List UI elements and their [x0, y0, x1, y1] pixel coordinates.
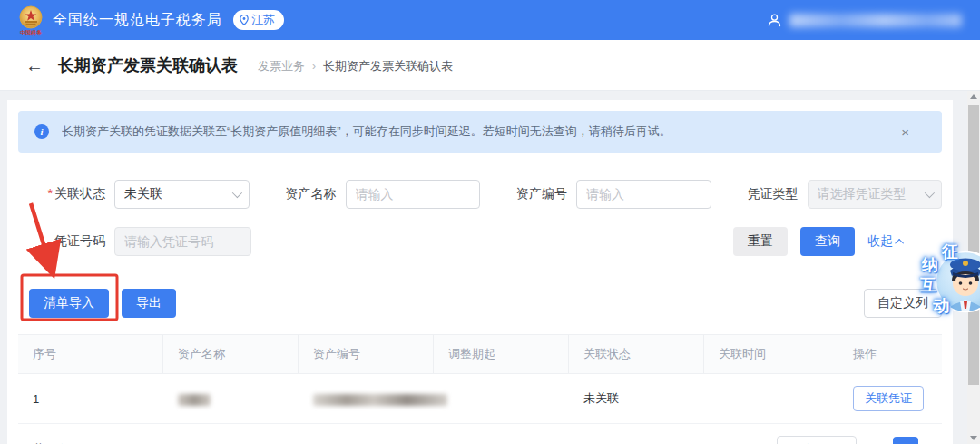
- asset-name-redacted: [178, 394, 211, 406]
- filter-label-voucher-number: 凭证号码: [18, 233, 105, 250]
- asset-number-redacted: [313, 394, 447, 406]
- voucher-number-input-wrap: [114, 227, 251, 256]
- tax-interaction-widget[interactable]: 征 纳 互 动: [916, 242, 980, 323]
- mascot-char: 动: [933, 298, 949, 314]
- cell-seq: 1: [18, 374, 163, 424]
- col-header-seq: 序号: [18, 335, 163, 374]
- col-header-asset-name: 资产名称: [163, 335, 299, 374]
- assets-table: 序号 资产名称 资产编号 调整期起 关联状态 关联时间 操作 1 未关联: [18, 334, 942, 424]
- link-voucher-button[interactable]: 关联凭证: [853, 386, 924, 411]
- mascot-char: 互: [920, 277, 936, 293]
- cell-time: [704, 374, 838, 424]
- mascot-char: 征: [942, 243, 958, 260]
- app-title: 全国统一规范电子税务局: [53, 11, 222, 30]
- asset-name-input[interactable]: [356, 187, 471, 202]
- chevron-up-icon: [895, 238, 904, 247]
- voucher-type-select[interactable]: 请选择凭证类型: [808, 180, 943, 209]
- col-header-asset-number: 资产编号: [299, 335, 434, 374]
- page-size-select[interactable]: 10 条/页: [777, 436, 857, 444]
- user-name-redacted: [789, 14, 962, 27]
- info-banner: i 长期资产关联的凭证数据关联至“长期资产原值明细表”，可能存在同步时间延迟。若…: [18, 111, 942, 153]
- col-header-action: 操作: [838, 335, 942, 374]
- scrollbar-down-arrow[interactable]: [970, 436, 977, 440]
- voucher-type-placeholder: 请选择凭证类型: [818, 186, 926, 202]
- col-header-adjust-start: 调整期起: [434, 335, 569, 374]
- association-status-value: 未关联: [124, 186, 232, 202]
- page-header: ← 长期资产发票关联确认表 发票业务 › 长期资产发票关联确认表: [0, 40, 980, 91]
- filter-label-asset-number: 资产编号: [480, 186, 567, 202]
- breadcrumb-item-current: 长期资产发票关联确认表: [323, 58, 453, 74]
- list-import-button[interactable]: 清单导入: [29, 289, 109, 318]
- breadcrumb-separator: ›: [312, 60, 316, 73]
- user-icon: [767, 13, 782, 28]
- search-button[interactable]: 查询: [800, 227, 855, 256]
- user-menu[interactable]: [767, 13, 962, 28]
- filter-label-association-status: *关联状态: [18, 186, 105, 202]
- info-banner-text: 长期资产关联的凭证数据关联至“长期资产原值明细表”，可能存在同步时间延迟。若短时…: [62, 123, 885, 140]
- chevron-down-icon: [925, 188, 935, 198]
- required-asterisk: *: [48, 186, 53, 201]
- cell-action: 关联凭证: [838, 374, 942, 424]
- asset-number-input-wrap: [576, 180, 711, 209]
- table-row: 1 未关联 关联凭证: [18, 374, 942, 424]
- info-icon: i: [34, 124, 49, 139]
- content-area: i 长期资产关联的凭证数据关联至“长期资产原值明细表”，可能存在同步时间延迟。若…: [0, 91, 980, 444]
- asset-name-input-wrap: [346, 180, 481, 209]
- location-pin-icon: [240, 15, 249, 25]
- svg-text:中国税务: 中国税务: [20, 29, 43, 36]
- location-badge[interactable]: 江苏: [233, 10, 284, 30]
- reset-button[interactable]: 重置: [733, 227, 788, 256]
- col-header-time: 关联时间: [704, 335, 838, 374]
- cell-adjust-start: [434, 374, 569, 424]
- table-footer: 共 1 条 10 条/页 ‹ 1 ›: [18, 436, 942, 444]
- banner-close-icon[interactable]: ×: [897, 123, 913, 142]
- mascot-char: 纳: [922, 257, 938, 273]
- cell-asset-number: [299, 374, 434, 424]
- cell-status: 未关联: [569, 374, 704, 424]
- filter-form: *关联状态 未关联 资产名称 资产编号: [18, 180, 942, 256]
- collapse-label: 收起: [867, 233, 893, 250]
- filter-label-asset-name: 资产名称: [250, 186, 337, 202]
- filter-label-voucher-type: 凭证类型: [711, 186, 799, 202]
- main-card: i 长期资产关联的凭证数据关联至“长期资产原值明细表”，可能存在同步时间延迟。若…: [7, 100, 953, 444]
- page-title: 长期资产发票关联确认表: [58, 54, 238, 76]
- collapse-link[interactable]: 收起: [867, 233, 904, 250]
- breadcrumb: 发票业务 › 长期资产发票关联确认表: [258, 58, 453, 74]
- table-toolbar: 清单导入 导出 自定义列: [29, 289, 942, 318]
- col-header-status: 关联状态: [569, 335, 704, 374]
- current-page-button[interactable]: 1: [893, 437, 918, 444]
- association-status-select[interactable]: 未关联: [114, 180, 250, 209]
- back-button[interactable]: ←: [25, 56, 44, 74]
- breadcrumb-item-invoice-business[interactable]: 发票业务: [258, 58, 305, 74]
- national-emblem-logo: 中国税务: [18, 5, 44, 36]
- export-button[interactable]: 导出: [122, 289, 176, 318]
- chevron-down-icon: [231, 188, 241, 198]
- top-header-bar: 中国税务 全国统一规范电子税务局 江苏: [0, 0, 980, 40]
- scrollbar-up-arrow[interactable]: [970, 94, 977, 99]
- pagination: 10 条/页 ‹ 1 ›: [777, 436, 942, 444]
- asset-number-input[interactable]: [586, 187, 701, 202]
- cell-asset-name: [163, 374, 299, 424]
- voucher-number-input[interactable]: [124, 234, 241, 249]
- location-label: 江苏: [251, 12, 275, 28]
- table-header-row: 序号 资产名称 资产编号 调整期起 关联状态 关联时间 操作: [18, 335, 942, 374]
